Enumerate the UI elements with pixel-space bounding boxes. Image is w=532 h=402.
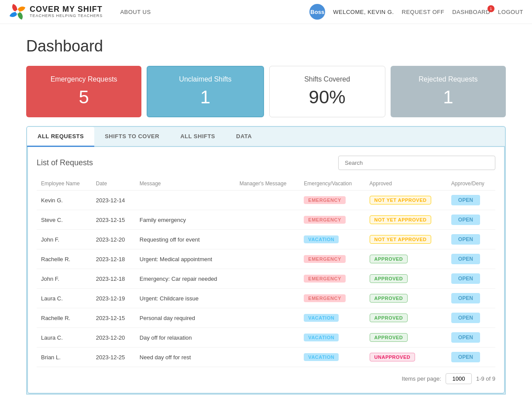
status-badge: APPROVED [370,255,408,263]
cell-name: Rachelle R. [37,249,92,269]
tab-shifts-to-cover[interactable]: SHIFTS TO COVER [94,127,170,147]
status-badge: APPROVED [370,274,408,283]
logo[interactable]: COVER MY SHIFT TEACHERS HELPING TEACHERS [9,3,103,20]
cell-name: Rachelle R. [37,308,92,328]
cell-date: 2023-12-18 [92,269,135,289]
welcome-text: WELCOME, KEVIN G. [333,9,394,15]
cell-type: EMERGENCY [299,249,365,269]
cell-message: Need day off for rest [135,347,235,367]
open-button[interactable]: OPEN [451,195,480,205]
cell-action[interactable]: OPEN [447,347,495,367]
cell-status: APPROVED [365,328,447,347]
cell-manager-message [235,230,300,249]
table-body: Kevin G. 2023-12-14 EMERGENCY NOT YET AP… [37,191,495,367]
stat-card-covered[interactable]: Shifts Covered 90% [269,66,385,117]
table-row: Laura C. 2023-12-20 Day off for relaxati… [37,328,495,347]
stat-value-unclaimed: 1 [200,87,210,108]
cell-type: VACATION [299,230,365,249]
cell-manager-message [235,289,300,308]
stat-label-emergency: Emergency Requests [51,75,117,83]
open-button[interactable]: OPEN [451,352,480,362]
list-title: List of Requests [37,158,93,167]
logo-title: COVER MY SHIFT [30,5,103,14]
open-button[interactable]: OPEN [451,293,480,303]
col-message: Message [135,177,235,191]
pagination-row: Items per page: 1-9 of 9 [37,373,495,384]
cell-type: EMERGENCY [299,269,365,289]
dashboard-button[interactable]: DASHBOARD 1 [452,9,490,15]
status-badge: APPROVED [370,313,408,322]
table-header-row: List of Requests [37,156,495,170]
table-row: John F. 2023-12-20 Requesting off for ev… [37,230,495,249]
type-badge: VACATION [304,314,339,322]
table-row: John F. 2023-12-18 Emergency: Car repair… [37,269,495,289]
search-input[interactable] [338,156,495,170]
type-badge: EMERGENCY [304,196,345,204]
stat-cards: Emergency Requests 5 Unclaimed Shifts 1 … [26,66,506,117]
status-badge: APPROVED [370,294,408,303]
cell-date: 2023-12-18 [92,249,135,269]
svg-point-1 [16,10,19,14]
cell-status: APPROVED [365,289,447,308]
dashboard-badge: 1 [487,5,494,12]
cell-manager-message [235,249,300,269]
request-off-button[interactable]: REQUEST OFF [402,9,445,15]
cell-status: NOT YET APPROVED [365,191,447,210]
logo-subtitle: TEACHERS HELPING TEACHERS [30,14,103,18]
cell-date: 2023-12-14 [92,191,135,210]
cell-date: 2023-12-19 [92,289,135,308]
cell-action[interactable]: OPEN [447,249,495,269]
col-employee: Employee Name [37,177,92,191]
cell-action[interactable]: OPEN [447,308,495,328]
cell-name: Laura C. [37,328,92,347]
cell-date: 2023-12-25 [92,347,135,367]
table-row: Steve C. 2023-12-15 Family emergency EME… [37,210,495,230]
tabs: ALL REQUESTS SHIFTS TO COVER ALL SHIFTS … [27,127,505,147]
tab-all-shifts[interactable]: ALL SHIFTS [170,127,226,147]
type-badge: VACATION [304,235,339,243]
col-type: Emergency/Vacation [299,177,365,191]
tab-data[interactable]: DATA [226,127,262,147]
table-row: Rachelle R. 2023-12-18 Urgent: Medical a… [37,249,495,269]
navbar: COVER MY SHIFT TEACHERS HELPING TEACHERS… [0,0,532,24]
tab-container: ALL REQUESTS SHIFTS TO COVER ALL SHIFTS … [26,126,506,395]
open-button[interactable]: OPEN [451,332,480,343]
cell-action[interactable]: OPEN [447,191,495,210]
cell-name: Brian L. [37,347,92,367]
cell-message: Urgent: Childcare issue [135,289,235,308]
cell-message: Requesting off for event [135,230,235,249]
stat-card-rejected[interactable]: Rejected Requests 1 [391,66,506,117]
open-button[interactable]: OPEN [451,273,480,284]
logout-button[interactable]: LOGOUT [498,9,523,15]
open-button[interactable]: OPEN [451,254,480,264]
status-badge: APPROVED [370,333,408,342]
stat-card-emergency[interactable]: Emergency Requests 5 [26,66,141,117]
cell-action[interactable]: OPEN [447,230,495,249]
cell-manager-message [235,347,300,367]
status-badge: NOT YET APPROVED [370,215,432,224]
cell-message: Urgent: Medical appointment [135,249,235,269]
col-approved: Approved [365,177,447,191]
nav-about[interactable]: ABOUT US [120,9,151,15]
open-button[interactable]: OPEN [451,215,480,225]
open-button[interactable]: OPEN [451,313,480,323]
col-manager-message: Manager's Message [235,177,300,191]
items-per-page-input[interactable] [446,373,472,384]
table-row: Kevin G. 2023-12-14 EMERGENCY NOT YET AP… [37,191,495,210]
table-head: Employee Name Date Message Manager's Mes… [37,177,495,191]
cell-status: NOT YET APPROVED [365,210,447,230]
cell-action[interactable]: OPEN [447,289,495,308]
type-badge: EMERGENCY [304,275,345,283]
cell-action[interactable]: OPEN [447,210,495,230]
tab-all-requests[interactable]: ALL REQUESTS [27,127,94,147]
table-area: List of Requests Employee Name Date Mess… [27,147,505,394]
stat-value-covered: 90% [309,87,346,108]
cell-action[interactable]: OPEN [447,269,495,289]
stat-card-unclaimed[interactable]: Unclaimed Shifts 1 [147,66,264,117]
stat-label-unclaimed: Unclaimed Shifts [179,75,231,83]
cell-action[interactable]: OPEN [447,328,495,347]
status-badge: UNAPPROVED [370,353,415,361]
cell-type: EMERGENCY [299,191,365,210]
type-badge: EMERGENCY [304,255,345,263]
open-button[interactable]: OPEN [451,234,480,245]
